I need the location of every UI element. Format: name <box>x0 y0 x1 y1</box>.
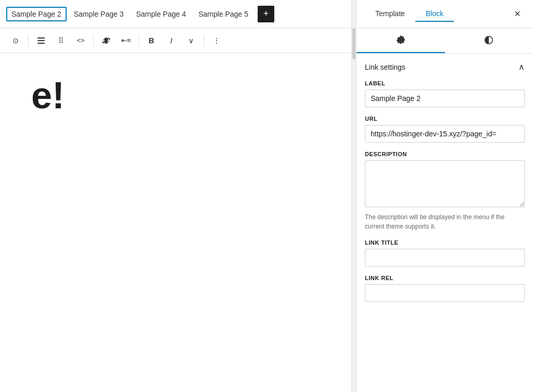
link-title-field-group: LINK TITLE <box>365 239 525 267</box>
svg-rect-2 <box>37 43 45 44</box>
link-rel-input[interactable] <box>365 284 525 302</box>
settings-panel: Template Block × Link settings ∧ LABEL <box>356 0 533 392</box>
description-hint: The description will be displayed in the… <box>365 212 525 231</box>
link-settings-section: Link settings ∧ LABEL URL DESCRIPTION Th… <box>357 54 533 319</box>
link-rel-field-label: LINK REL <box>365 275 525 281</box>
icon-tabs <box>357 28 533 54</box>
italic-button[interactable]: I <box>162 31 181 50</box>
nav-tab-sample-page-4[interactable]: Sample Page 4 <box>131 7 191 21</box>
description-textarea[interactable] <box>365 160 525 207</box>
more-options-button[interactable]: ⋮ <box>207 31 226 50</box>
label-field-group: LABEL <box>365 80 525 107</box>
url-field-label: URL <box>365 116 525 122</box>
link-title-input[interactable] <box>365 249 525 267</box>
url-input[interactable] <box>365 125 525 143</box>
nav-tabs: Sample Page 2 Sample Page 3 Sample Page … <box>0 0 351 28</box>
nav-tab-sample-page-3[interactable]: Sample Page 3 <box>69 7 129 21</box>
link-button[interactable] <box>97 31 116 50</box>
toolbar-divider-2 <box>93 34 94 47</box>
settings-icon-tab[interactable] <box>357 28 445 53</box>
editor-toolbar: ⊙ ⠿ <> ⇤≡ B I ∨ ⋮ <box>0 28 351 53</box>
toolbar-divider-4 <box>204 34 204 47</box>
description-field-label: DESCRIPTION <box>365 151 525 157</box>
svg-rect-0 <box>37 37 45 39</box>
panel-close-button[interactable]: × <box>510 7 525 21</box>
scrollbar-track[interactable] <box>352 0 356 392</box>
editor-content: e! <box>0 53 351 392</box>
scrollbar-thumb[interactable] <box>352 28 356 59</box>
list-button[interactable] <box>32 31 50 50</box>
nav-tab-sample-page-2[interactable]: Sample Page 2 <box>6 7 67 21</box>
code-button[interactable]: <> <box>71 31 90 50</box>
description-field-group: DESCRIPTION The description will be disp… <box>365 151 525 231</box>
toolbar-divider-1 <box>28 34 29 47</box>
dropdown-arrow-button[interactable]: ∨ <box>182 31 200 50</box>
section-title: Link settings <box>365 63 405 71</box>
svg-rect-1 <box>37 40 45 41</box>
link-title-field-label: LINK TITLE <box>365 239 525 246</box>
indent-button[interactable]: ⇤≡ <box>117 31 135 50</box>
toolbar-divider-3 <box>138 34 139 47</box>
section-toggle-button[interactable]: ∧ <box>518 62 525 72</box>
template-tab[interactable]: Template <box>365 6 415 22</box>
clock-button[interactable]: ⊙ <box>6 31 25 50</box>
add-tab-button[interactable]: + <box>258 6 274 22</box>
panel-tabs: Template Block <box>365 6 454 22</box>
label-input[interactable] <box>365 90 525 107</box>
panel-header: Template Block × <box>357 0 533 28</box>
label-field-label: LABEL <box>365 80 525 86</box>
editor-panel: Sample Page 2 Sample Page 3 Sample Page … <box>0 0 352 392</box>
editor-text-preview: e! <box>31 74 320 117</box>
drag-button[interactable]: ⠿ <box>52 31 70 50</box>
nav-tab-sample-page-5[interactable]: Sample Page 5 <box>193 7 253 21</box>
block-tab[interactable]: Block <box>415 6 454 22</box>
link-rel-field-group: LINK REL <box>365 275 525 302</box>
url-field-group: URL <box>365 116 525 143</box>
bold-button[interactable]: B <box>142 31 161 50</box>
section-header: Link settings ∧ <box>365 62 525 72</box>
style-icon-tab[interactable] <box>445 28 534 53</box>
